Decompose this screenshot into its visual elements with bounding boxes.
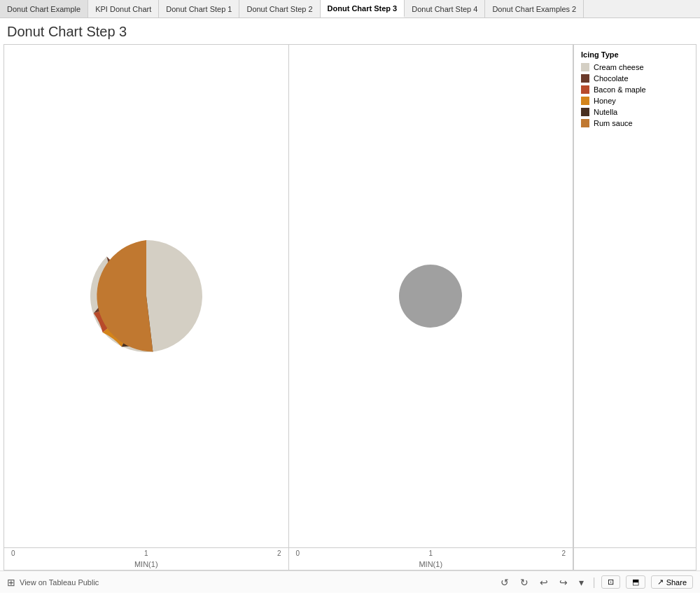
legend-swatch — [581, 63, 589, 71]
left-axis-ticks: 0 1 2 — [4, 548, 288, 557]
legend-swatch — [581, 74, 589, 83]
forward-button[interactable]: ↪ — [556, 575, 570, 589]
present-icon: ⊡ — [608, 578, 614, 587]
left-chart-panel — [4, 45, 289, 547]
redo-button[interactable]: ↻ — [517, 575, 531, 589]
legend-swatch — [581, 108, 589, 116]
tab-donut-chart-step-3[interactable]: Donut Chart Step 3 — [321, 0, 405, 18]
right-axis-label: MIN(1) — [289, 560, 573, 568]
legend-item: Chocolate — [581, 74, 689, 83]
tab-bar: Donut Chart ExampleKPI Donut ChartDonut … — [0, 0, 700, 18]
pie-chart — [83, 233, 209, 359]
tab-donut-chart-step-1[interactable]: Donut Chart Step 1 — [159, 0, 239, 18]
left-axis-label: MIN(1) — [4, 560, 288, 568]
legend-item-label: Honey — [594, 97, 616, 105]
undo-button[interactable]: ↺ — [498, 575, 512, 589]
legend-item: Honey — [581, 97, 689, 105]
left-axis-panel: 0 1 2 MIN(1) — [4, 548, 289, 570]
axis-row: 0 1 2 MIN(1) 0 1 2 MIN(1) — [4, 547, 696, 570]
svg-point-0 — [399, 265, 462, 328]
legend-items: Cream cheeseChocolateBacon & mapleHoneyN… — [581, 63, 689, 127]
back-button[interactable]: ↩ — [537, 575, 551, 589]
share-label: Share — [666, 578, 687, 587]
tab-donut-chart-step-4[interactable]: Donut Chart Step 4 — [405, 0, 485, 18]
bottom-left: ⊞ View on Tableau Public — [7, 577, 99, 588]
legend-item-label: Chocolate — [594, 74, 629, 83]
gray-circle — [396, 261, 465, 331]
download-button[interactable]: ⬒ — [626, 575, 645, 589]
legend-swatch — [581, 85, 589, 94]
download-icon: ⬒ — [632, 578, 639, 587]
legend-item: Nutella — [581, 108, 689, 116]
bottom-right: ↺ ↻ ↩ ↪ ▾ | ⊡ ⬒ ↗ Share — [498, 575, 693, 589]
tab-kpi-donut-chart[interactable]: KPI Donut Chart — [88, 0, 159, 18]
legend-item-label: Cream cheese — [594, 63, 644, 71]
page-title: Donut Chart Step 3 — [0, 18, 700, 44]
legend-swatch — [581, 97, 589, 105]
main-content: Icing Type Cream cheeseChocolateBacon & … — [4, 44, 696, 570]
legend: Icing Type Cream cheeseChocolateBacon & … — [573, 45, 696, 547]
legend-item-label: Rum sauce — [594, 119, 633, 127]
legend-item-label: Nutella — [594, 108, 617, 116]
legend-item: Rum sauce — [581, 119, 689, 127]
right-chart-panel — [289, 45, 574, 547]
tab-donut-chart-examples-2[interactable]: Donut Chart Examples 2 — [485, 0, 584, 18]
forward-dropdown[interactable]: ▾ — [576, 575, 587, 589]
right-axis-panel: 0 1 2 MIN(1) — [289, 548, 574, 570]
legend-item: Cream cheese — [581, 63, 689, 71]
legend-swatch — [581, 119, 589, 127]
share-button[interactable]: ↗ Share — [651, 575, 693, 589]
tab-donut-chart-example[interactable]: Donut Chart Example — [0, 0, 88, 18]
share-icon: ↗ — [657, 578, 664, 587]
legend-axis-spacer — [573, 548, 696, 570]
tableau-public-link[interactable]: View on Tableau Public — [20, 578, 99, 587]
legend-item-label: Bacon & maple — [594, 85, 646, 94]
right-axis-ticks: 0 1 2 — [289, 548, 573, 557]
tableau-grid-icon: ⊞ — [7, 577, 15, 588]
present-button[interactable]: ⊡ — [601, 575, 620, 589]
legend-item: Bacon & maple — [581, 85, 689, 94]
charts-row: Icing Type Cream cheeseChocolateBacon & … — [4, 45, 696, 547]
divider: | — [592, 576, 595, 589]
tab-donut-chart-step-2[interactable]: Donut Chart Step 2 — [239, 0, 320, 18]
legend-title: Icing Type — [581, 50, 689, 59]
bottom-bar: ⊞ View on Tableau Public ↺ ↻ ↩ ↪ ▾ | ⊡ ⬒… — [0, 570, 700, 593]
